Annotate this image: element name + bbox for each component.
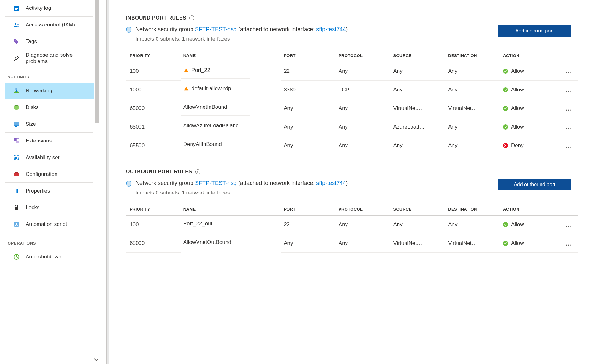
configuration-icon <box>13 171 20 178</box>
column-header[interactable]: PORT <box>281 49 336 62</box>
sidebar-item-auto-shutdown[interactable]: Auto-shutdown <box>5 249 94 265</box>
ellipsis-icon: … <box>565 67 573 75</box>
more-actions-button[interactable]: … <box>560 234 578 253</box>
sidebar: Activity logAccess control (IAM)TagsDiag… <box>0 0 99 364</box>
ellipsis-icon: … <box>565 142 573 149</box>
column-header[interactable]: NAME <box>181 203 281 216</box>
priority-cell: 65001 <box>126 118 181 136</box>
svg-rect-16 <box>16 138 19 141</box>
pane-divider[interactable] <box>99 0 116 364</box>
svg-rect-2 <box>15 8 18 9</box>
nsg-link[interactable]: SFTP-TEST-nsg <box>195 26 237 32</box>
column-header[interactable]: SOURCE <box>391 203 446 216</box>
sidebar-item-extensions[interactable]: Extensions <box>5 133 94 149</box>
info-icon[interactable]: i <box>189 15 194 20</box>
svg-rect-20 <box>15 174 18 174</box>
ellipsis-icon: … <box>565 104 573 112</box>
chevron-down-icon[interactable] <box>94 357 98 362</box>
sidebar-item-label: Automation script <box>26 221 67 228</box>
svg-rect-27 <box>186 69 186 71</box>
sidebar-item-configuration[interactable]: Configuration <box>5 166 94 182</box>
sidebar-item-automation-script[interactable]: Automation script <box>5 216 94 233</box>
add-inbound-port-button[interactable]: Add inbound port <box>498 25 571 37</box>
nsg-link[interactable]: SFTP-TEST-nsg <box>195 180 237 186</box>
sidebar-item-disks[interactable]: Disks <box>5 99 94 116</box>
priority-cell: 100 <box>126 216 181 234</box>
svg-rect-14 <box>14 138 16 141</box>
name-cell: AllowAzureLoadBalanc… <box>181 118 250 134</box>
rule-row[interactable]: 65000AllowVnetOutBoundAnyAnyVirtualNet…V… <box>126 234 578 253</box>
allow-icon <box>503 106 508 111</box>
column-header[interactable]: PORT <box>281 203 336 216</box>
rule-row[interactable]: 65000AllowVnetInBoundAnyAnyVirtualNet…Vi… <box>126 99 578 118</box>
nsg-mid: (attached to network interface: <box>237 180 316 186</box>
protocol-cell: Any <box>336 136 391 155</box>
protocol-cell: Any <box>336 234 391 253</box>
svg-rect-12 <box>14 122 19 126</box>
port-cell: Any <box>281 234 336 253</box>
priority-cell: 100 <box>126 62 181 80</box>
rule-row[interactable]: 100Port_2222AnyAnyAnyAllow… <box>126 62 578 80</box>
allow-icon <box>503 87 508 92</box>
sidebar-item-activity-log[interactable]: Activity log <box>5 0 94 16</box>
sidebar-item-size[interactable]: Size <box>5 116 94 132</box>
svg-rect-22 <box>16 189 17 193</box>
more-actions-button[interactable]: … <box>560 118 578 136</box>
column-header[interactable]: PRIORITY <box>126 203 181 216</box>
port-cell: 3389 <box>281 80 336 99</box>
more-actions-button[interactable]: … <box>560 216 578 234</box>
action-cell: Allow <box>500 118 560 136</box>
more-actions-button[interactable]: … <box>560 99 578 118</box>
sidebar-item-networking[interactable]: Networking <box>5 83 94 99</box>
sidebar-item-tags[interactable]: Tags <box>5 33 94 50</box>
info-icon[interactable]: i <box>195 169 200 174</box>
nic-link[interactable]: sftp-test744 <box>316 180 346 186</box>
sidebar-item-properties[interactable]: Properties <box>5 183 94 199</box>
svg-rect-13 <box>15 126 17 127</box>
column-header[interactable]: PRIORITY <box>126 49 181 62</box>
sidebar-scrollbar[interactable] <box>95 0 99 123</box>
svg-point-4 <box>15 23 16 25</box>
column-header[interactable]: ACTION <box>500 49 560 62</box>
column-header[interactable]: SOURCE <box>391 49 446 62</box>
destination-cell: VirtualNet… <box>446 234 500 253</box>
source-cell: Any <box>391 216 446 234</box>
svg-rect-30 <box>186 90 186 90</box>
allow-icon <box>503 241 508 246</box>
column-header[interactable]: PROTOCOL <box>336 203 391 216</box>
properties-icon <box>13 188 20 194</box>
sidebar-section-operations: OPERATIONS <box>0 233 98 249</box>
add-outbound-port-button[interactable]: Add outbound port <box>498 179 571 190</box>
sidebar-item-label: Access control (IAM) <box>26 22 75 28</box>
rule-row[interactable]: 100Port_22_out22AnyAnyAnyAllow… <box>126 216 578 234</box>
port-cell: Any <box>281 99 336 118</box>
column-header[interactable]: DESTINATION <box>446 49 500 62</box>
column-header[interactable]: PROTOCOL <box>336 49 391 62</box>
sidebar-item-access-control-iam-[interactable]: Access control (IAM) <box>5 17 94 33</box>
ellipsis-icon: … <box>565 86 573 94</box>
column-header[interactable]: ACTION <box>500 203 560 216</box>
rule-row[interactable]: 65500DenyAllInBoundAnyAnyAnyAnyDeny… <box>126 136 578 155</box>
sidebar-item-label: Tags <box>26 38 37 45</box>
more-actions-button[interactable]: … <box>560 136 578 155</box>
port-cell: 22 <box>281 216 336 234</box>
ellipsis-icon: … <box>565 221 573 228</box>
diagnose-icon <box>13 55 20 62</box>
column-header[interactable]: DESTINATION <box>446 203 500 216</box>
more-actions-button[interactable]: … <box>560 62 578 80</box>
svg-rect-24 <box>15 207 18 210</box>
nic-link[interactable]: sftp-test744 <box>316 26 346 32</box>
priority-cell: 65500 <box>126 136 181 155</box>
sidebar-item-label: Auto-shutdown <box>26 254 61 260</box>
column-header[interactable]: NAME <box>181 49 281 62</box>
source-cell: VirtualNet… <box>391 99 446 118</box>
sidebar-item-availability-set[interactable]: Availability set <box>5 149 94 166</box>
rule-row[interactable]: 1000default-allow-rdp3389TCPAnyAnyAllow… <box>126 80 578 99</box>
sidebar-item-label: Availability set <box>26 154 59 161</box>
sidebar-item-diagnose-and-solve-problems[interactable]: Diagnose and solve problems <box>5 50 94 66</box>
destination-cell: Any <box>446 80 500 99</box>
sidebar-item-label: Extensions <box>26 138 52 144</box>
rule-row[interactable]: 65001AllowAzureLoadBalanc…AnyAnyAzureLoa… <box>126 118 578 136</box>
more-actions-button[interactable]: … <box>560 80 578 99</box>
sidebar-item-locks[interactable]: Locks <box>5 199 94 216</box>
